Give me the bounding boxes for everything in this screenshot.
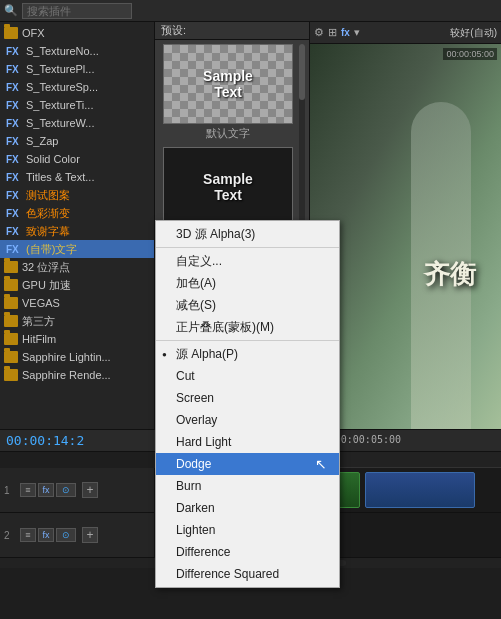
plugin-list-container: FXS_TextureNo...FXS_TexturePl...FXS_Text… xyxy=(0,42,154,258)
menu-label-overlay: Overlay xyxy=(176,413,217,427)
menu-item-darken[interactable]: Darken xyxy=(156,497,339,519)
plugin-item-0[interactable]: FXS_TextureNo... xyxy=(0,42,154,60)
preset-label-1: 默认文字 xyxy=(159,126,297,141)
menu-item-multiply[interactable]: 正片叠底(蒙板)(M) xyxy=(156,316,339,338)
track-add-icon-1: + xyxy=(86,483,93,497)
menu-label-multiply: 正片叠底(蒙板)(M) xyxy=(176,319,274,336)
dropdown-menu: 3D 源 Alpha(3) 自定义... 加色(A) 减色(S) 正片叠底(蒙板… xyxy=(155,220,340,588)
track-add-btn-1[interactable]: + xyxy=(82,482,98,498)
menu-item-add-color[interactable]: 加色(A) xyxy=(156,272,339,294)
gear-icon[interactable]: ⚙ xyxy=(314,26,324,39)
plugin-item-9[interactable]: FX色彩渐变 xyxy=(0,204,154,222)
track-mute-btn-1[interactable]: ≡ xyxy=(20,483,36,497)
folder-item-vegas[interactable]: VEGAS xyxy=(0,294,154,312)
search-box[interactable] xyxy=(22,3,132,19)
menu-item-sub-color[interactable]: 减色(S) xyxy=(156,294,339,316)
plugin-item-2[interactable]: FXS_TextureSp... xyxy=(0,78,154,96)
folder-label-sapphire-light: Sapphire Lightin... xyxy=(22,351,111,363)
menu-separator-1 xyxy=(156,247,339,248)
dropdown-icon[interactable]: ▾ xyxy=(354,26,360,39)
folder-item-32bit[interactable]: 32 位浮点 xyxy=(0,258,154,276)
folder-item-ofx[interactable]: OFX xyxy=(0,24,154,42)
track-header-1: 1 ≡ fx ⊙ + xyxy=(0,468,155,512)
search-input[interactable] xyxy=(27,5,117,17)
plugin-item-7[interactable]: FXTitles & Text... xyxy=(0,168,154,186)
folder-label-sapphire-render: Sapphire Rende... xyxy=(22,369,111,381)
folder-icon-sapphire-light xyxy=(4,351,18,363)
track-fx-btn-1[interactable]: fx xyxy=(38,483,54,497)
plugin-badge-6: FX xyxy=(6,154,22,165)
preset-header: 预设: xyxy=(155,22,309,40)
preset-thumb-dark: SampleText xyxy=(163,147,293,227)
cursor-timecode: 00:00:05:00 xyxy=(335,434,401,445)
menu-label-difference: Difference xyxy=(176,545,230,559)
folder-label-32bit: 32 位浮点 xyxy=(22,260,70,275)
plugin-item-11[interactable]: FX(自带)文字 xyxy=(0,240,154,258)
track-mute-btn-2[interactable]: ≡ xyxy=(20,528,36,542)
folder-icon-vegas xyxy=(4,297,18,309)
folder-item-third[interactable]: 第三方 xyxy=(0,312,154,330)
fx-icon[interactable]: fx xyxy=(341,27,350,38)
plugin-item-5[interactable]: FXS_Zap xyxy=(0,132,154,150)
plugin-item-1[interactable]: FXS_TexturePl... xyxy=(0,60,154,78)
menu-item-difference[interactable]: Difference xyxy=(156,541,339,563)
plugin-name-8: 测试图案 xyxy=(26,188,70,203)
track-clip-1b[interactable] xyxy=(365,472,475,508)
menu-label-difference-squared: Difference Squared xyxy=(176,567,279,581)
preset-item-default[interactable]: SampleText 默认文字 xyxy=(159,44,297,141)
top-toolbar: 🔍 xyxy=(0,0,501,22)
menu-item-cut[interactable]: Cut xyxy=(156,365,339,387)
menu-item-custom[interactable]: 自定义... xyxy=(156,250,339,272)
menu-label-dodge: Dodge xyxy=(176,457,211,471)
plugin-badge-7: FX xyxy=(6,172,22,183)
grid-icon[interactable]: ⊞ xyxy=(328,26,337,39)
track-controls-2: ≡ fx ⊙ xyxy=(20,528,76,542)
menu-label-3d-alpha: 3D 源 Alpha(3) xyxy=(176,226,255,243)
menu-label-darken: Darken xyxy=(176,501,215,515)
folder-item-sapphire-render[interactable]: Sapphire Rende... xyxy=(0,366,154,384)
plugin-name-2: S_TextureSp... xyxy=(26,81,98,93)
preset-item-dark[interactable]: SampleText xyxy=(159,147,297,229)
plugin-name-0: S_TextureNo... xyxy=(26,45,99,57)
plugin-badge-4: FX xyxy=(6,118,22,129)
plugin-item-3[interactable]: FXS_TextureTi... xyxy=(0,96,154,114)
folder-label-hitfilm: HitFilm xyxy=(22,333,56,345)
menu-label-hard-light: Hard Light xyxy=(176,435,231,449)
track-motion-btn-1[interactable]: ⊙ xyxy=(56,483,76,497)
preset-header-label: 预设: xyxy=(161,23,186,38)
plugin-item-10[interactable]: FX致谢字幕 xyxy=(0,222,154,240)
plugin-item-8[interactable]: FX测试图案 xyxy=(0,186,154,204)
plugin-badge-5: FX xyxy=(6,136,22,147)
menu-item-screen[interactable]: Screen xyxy=(156,387,339,409)
plugin-item-4[interactable]: FXS_TextureW... xyxy=(0,114,154,132)
menu-item-source-alpha[interactable]: 源 Alpha(P) xyxy=(156,343,339,365)
menu-item-burn[interactable]: Burn xyxy=(156,475,339,497)
folder-label-gpu: GPU 加速 xyxy=(22,278,71,293)
folder-icon xyxy=(4,27,18,39)
track-add-btn-2[interactable]: + xyxy=(82,527,98,543)
folder-icon-hitfilm xyxy=(4,333,18,345)
track-header-2: 2 ≡ fx ⊙ + xyxy=(0,513,155,557)
track-motion-btn-2[interactable]: ⊙ xyxy=(56,528,76,542)
plugin-item-6[interactable]: FXSolid Color xyxy=(0,150,154,168)
quality-label[interactable]: 较好(自动) xyxy=(450,26,497,40)
folder-item-hitfilm[interactable]: HitFilm xyxy=(0,330,154,348)
folder-item-sapphire-light[interactable]: Sapphire Lightin... xyxy=(0,348,154,366)
menu-item-lighten[interactable]: Lighten xyxy=(156,519,339,541)
menu-item-difference-squared[interactable]: Difference Squared xyxy=(156,563,339,585)
menu-item-hard-light[interactable]: Hard Light xyxy=(156,431,339,453)
folder-icon-gpu xyxy=(4,279,18,291)
menu-item-3d-alpha[interactable]: 3D 源 Alpha(3) xyxy=(156,223,339,245)
folder-item-gpu[interactable]: GPU 加速 xyxy=(0,276,154,294)
plugin-name-6: Solid Color xyxy=(26,153,80,165)
plugin-badge-0: FX xyxy=(6,46,22,57)
menu-item-overlay[interactable]: Overlay xyxy=(156,409,339,431)
menu-item-dodge[interactable]: Dodge ↖ xyxy=(156,453,339,475)
track-fx-btn-2[interactable]: fx xyxy=(38,528,54,542)
plugin-badge-3: FX xyxy=(6,100,22,111)
track-number-2: 2 xyxy=(4,530,16,541)
plugin-badge-2: FX xyxy=(6,82,22,93)
menu-label-burn: Burn xyxy=(176,479,201,493)
plugin-badge-9: FX xyxy=(6,208,22,219)
menu-label-add-color: 加色(A) xyxy=(176,275,216,292)
